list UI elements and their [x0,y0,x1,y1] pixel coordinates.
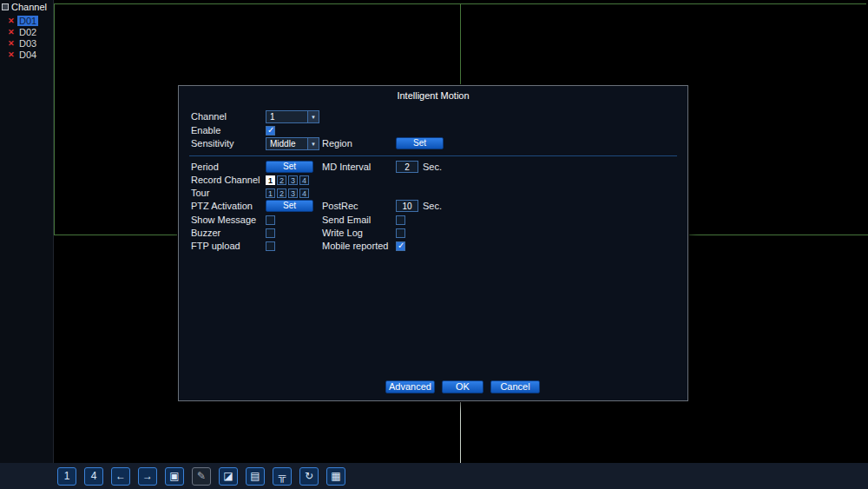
postrec-unit: Sec. [423,200,442,213]
output-adjust-icon[interactable]: ▤ [246,467,265,486]
tour-4-button[interactable]: 4 [299,188,309,198]
md-interval-label: MD Interval [322,161,371,174]
tour-1-button[interactable]: 1 [266,188,275,198]
record-channel-label: Record Channel [191,174,260,187]
grid-line-vertical-lower [460,401,461,463]
network-icon[interactable]: ╦ [273,467,292,486]
sidebar-item-d03[interactable]: ✕ D03 [8,37,53,49]
channel-tree-header: Channel [0,0,53,15]
bottom-toolbar: 1 4 ← → ▣ ✎ ◪ ▤ ╦ ↻ ▦ [0,463,868,489]
tour-label: Tour [191,187,209,200]
channel-sidebar: Channel ✕ D01 ✕ D02 ✕ D03 ✕ D04 [0,0,54,463]
grid-line-left [54,3,55,235]
enable-checkbox[interactable] [266,126,275,135]
sensitivity-dropdown-value: Middle [266,138,307,149]
channel-offline-x-icon: ✕ [8,28,17,36]
show-message-checkbox[interactable] [266,215,275,225]
quad-view-icon[interactable]: 4 [84,467,103,486]
channel-label: D01 [17,16,38,26]
region-label: Region [322,137,352,150]
channel-label: D04 [17,50,38,60]
sensitivity-label: Sensitivity [191,137,234,150]
ok-button[interactable]: OK [442,380,483,393]
ftp-upload-checkbox[interactable] [266,241,275,251]
region-set-button[interactable]: Set [396,137,444,149]
sensitivity-dropdown[interactable]: Middle ▼ [266,137,319,150]
channel-offline-x-icon: ✕ [8,39,17,48]
single-view-icon[interactable]: 1 [57,467,76,486]
record-channel-1-button[interactable]: 1 [266,175,275,185]
channel-offline-x-icon: ✕ [8,50,17,59]
channel-offline-x-icon: ✕ [8,17,17,25]
channel-grid-icon[interactable]: ▦ [326,467,345,486]
record-channel-4-button[interactable]: 4 [299,175,309,185]
md-interval-unit: Sec. [423,161,442,174]
color-setting-icon[interactable]: ◪ [219,467,238,486]
channel-field-label: Channel [191,110,227,123]
postrec-input[interactable] [396,200,418,212]
tour-options: 1 2 3 4 [266,188,309,198]
dialog-divider [189,155,677,156]
channel-label: D02 [17,27,38,37]
dialog-title: Intelligent Motion [179,90,687,101]
record-channel-3-button[interactable]: 3 [288,175,298,185]
mobile-reported-label: Mobile reported [322,240,388,253]
tour-loop-icon[interactable]: ↻ [299,467,319,486]
show-message-label: Show Message [191,214,256,227]
record-channel-2-button[interactable]: 2 [277,175,286,185]
tour-3-button[interactable]: 3 [288,188,298,198]
md-interval-input[interactable] [396,161,418,173]
intelligent-motion-dialog: Intelligent Motion Channel 1 ▼ Enable Se… [178,85,688,401]
period-set-button[interactable]: Set [266,161,313,173]
channel-label: D03 [17,38,38,49]
write-log-checkbox[interactable] [396,228,405,238]
dvr-screen: Channel ✕ D01 ✕ D02 ✕ D03 ✕ D04 Intellig… [0,0,868,489]
channel-tree-title: Channel [11,2,47,12]
tour-2-button[interactable]: 2 [277,188,286,198]
ptz-control-icon[interactable]: ✎ [192,467,211,486]
channel-dropdown-value: 1 [266,111,307,122]
buzzer-checkbox[interactable] [266,228,275,238]
record-channel-options: 1 2 3 4 [266,175,309,185]
period-label: Period [191,161,219,174]
mobile-reported-checkbox[interactable] [396,241,405,251]
send-email-checkbox[interactable] [396,215,405,225]
ptz-activation-label: PTZ Activation [191,200,253,213]
screen-mode-icon[interactable]: ▣ [165,467,184,486]
prev-channel-icon[interactable]: ← [111,467,130,486]
sidebar-item-d02[interactable]: ✕ D02 [8,26,53,37]
enable-label: Enable [191,124,220,137]
ftp-upload-label: FTP upload [191,240,240,253]
channel-tree-icon [2,3,9,10]
ptz-set-button[interactable]: Set [266,200,313,212]
next-channel-icon[interactable]: → [138,467,157,486]
chevron-down-icon[interactable]: ▼ [307,111,319,122]
advanced-button[interactable]: Advanced [385,380,435,393]
send-email-label: Send Email [322,214,371,227]
buzzer-label: Buzzer [191,227,220,240]
postrec-label: PostRec [322,200,358,213]
chevron-down-icon[interactable]: ▼ [307,138,319,149]
sidebar-item-d01[interactable]: ✕ D01 [8,15,53,26]
channel-dropdown[interactable]: 1 ▼ [266,110,319,123]
write-log-label: Write Log [322,227,363,240]
sidebar-item-d04[interactable]: ✕ D04 [8,49,53,60]
cancel-button[interactable]: Cancel [490,380,540,393]
